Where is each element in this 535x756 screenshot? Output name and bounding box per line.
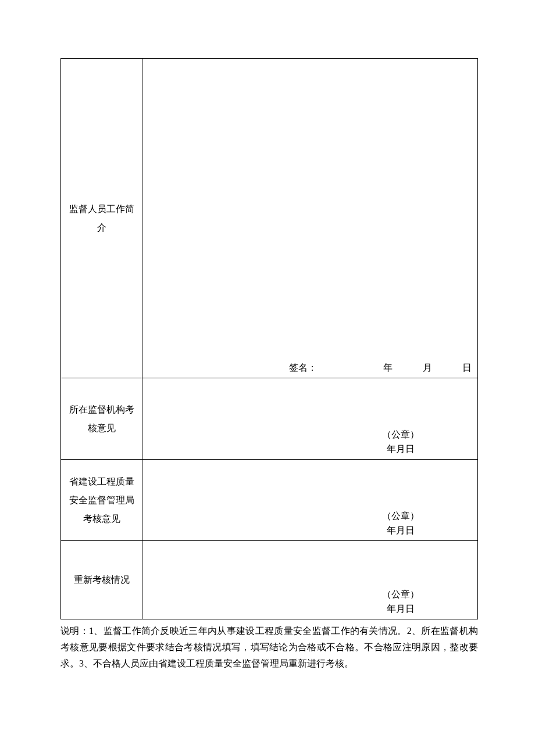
seal-text: （公章） (382, 587, 419, 602)
day-char: 日 (462, 362, 472, 374)
signature-line: 签名： 年 月 日 (148, 362, 472, 374)
seal-block-province: （公章） 年月日 (382, 508, 419, 538)
content-reassessment: （公章） 年月日 (142, 541, 478, 619)
month-char: 月 (423, 362, 432, 374)
seal-text: （公章） (382, 427, 419, 442)
date-text: 年月日 (382, 442, 419, 457)
row-work-brief: 监督人员工作简介 签名： 年 月 日 (61, 59, 478, 378)
label-org-opinion: 所在监督机构考核意见 (61, 378, 142, 460)
date-text: 年月日 (382, 601, 419, 617)
seal-block-org: （公章） 年月日 (382, 427, 419, 457)
row-org-opinion: 所在监督机构考核意见 （公章） 年月日 (61, 378, 478, 460)
row-province-opinion: 省建设工程质量安全监督管理局考核意见 （公章） 年月日 (61, 460, 478, 541)
date-text: 年月日 (382, 523, 419, 538)
content-work-brief: 签名： 年 月 日 (142, 59, 478, 378)
signature-label: 签名： (289, 362, 317, 374)
label-province-opinion: 省建设工程质量安全监督管理局考核意见 (61, 460, 142, 541)
seal-block-reassessment: （公章） 年月日 (382, 587, 419, 617)
content-province-opinion: （公章） 年月日 (142, 460, 478, 541)
footnote-text: 说明：1、监督工作简介反映近三年内从事建设工程质量安全监督工作的有关情况。2、所… (60, 623, 478, 672)
seal-text: （公章） (382, 508, 419, 524)
label-work-brief: 监督人员工作简介 (61, 59, 142, 378)
year-char: 年 (383, 362, 393, 374)
content-org-opinion: （公章） 年月日 (142, 378, 478, 460)
assessment-table: 监督人员工作简介 签名： 年 月 日 所在监督机构考核意见 （公章） 年月日 省… (60, 58, 478, 619)
label-reassessment: 重新考核情况 (61, 541, 142, 619)
row-reassessment: 重新考核情况 （公章） 年月日 (61, 541, 478, 619)
